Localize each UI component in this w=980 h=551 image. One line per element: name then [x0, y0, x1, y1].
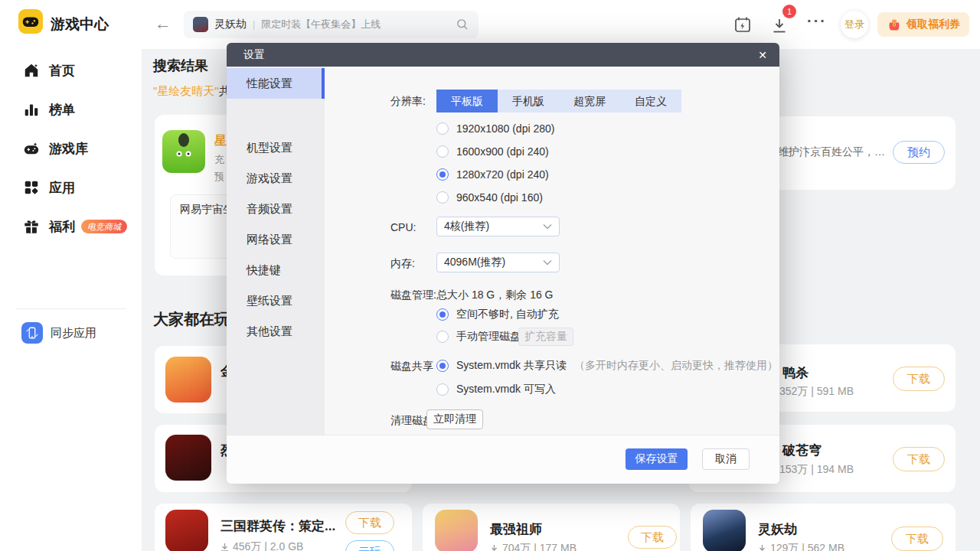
game-icon-flame	[165, 435, 211, 481]
share-readonly-option[interactable]: System.vmdk 共享只读（多开时内存更小、启动更快，推荐使用）	[436, 359, 778, 373]
sidebar-item-benefits[interactable]: 福利 电竞商城	[0, 213, 142, 240]
tab-wallpaper[interactable]: 壁纸设置	[227, 285, 325, 316]
tab-label: 网络设置	[247, 233, 292, 247]
game-icon-frog	[162, 130, 205, 173]
search-bar[interactable]: 灵妖劫 | 限定时装【午夜集会】上线	[184, 11, 479, 38]
tab-performance[interactable]: 性能设置	[227, 68, 325, 99]
coupon-button[interactable]: 领取福利券	[877, 12, 969, 37]
game-stats: 129万 | 562 MB	[758, 542, 844, 551]
search-game-name: 灵妖劫	[214, 18, 247, 31]
mode-tab-custom[interactable]: 自定义	[620, 90, 681, 112]
game-title: 三国群英传：策定...	[220, 517, 335, 535]
tab-shortcuts[interactable]: 快捷键	[227, 255, 325, 285]
login-button[interactable]: 登录	[841, 11, 868, 38]
disk-auto-option[interactable]: 空间不够时, 自动扩充	[436, 308, 559, 321]
radio-label: 1600x900 (dpi 240)	[456, 145, 549, 158]
resolution-option-4[interactable]: 960x540 (dpi 160)	[436, 191, 543, 204]
game-stats: 456万 | 2.0 GB	[220, 540, 303, 551]
tab-game[interactable]: 游戏设置	[227, 163, 325, 194]
game-title: 鸭杀	[782, 364, 808, 382]
radio-icon[interactable]	[436, 383, 449, 396]
sidebar-item-home[interactable]: 首页	[0, 57, 142, 84]
mode-tab-phone[interactable]: 手机版	[498, 90, 559, 112]
sidebar-item-apps[interactable]: 应用	[0, 174, 142, 201]
radio-icon[interactable]	[436, 331, 449, 343]
download-button[interactable]: 下载	[345, 511, 394, 534]
expand-capacity-button[interactable]: 扩充容量	[518, 328, 573, 346]
cancel-button[interactable]: 取消	[702, 448, 750, 470]
radio-icon[interactable]	[436, 145, 449, 158]
download-button[interactable]: 下载	[893, 367, 945, 391]
download-button[interactable]: 下载	[628, 526, 677, 549]
game-card-lingyaojie[interactable]: 灵妖劫 129万 | 562 MB 下载	[691, 504, 956, 551]
radio-icon-selected[interactable]	[436, 308, 449, 321]
sync-icon	[21, 322, 43, 344]
memory-select[interactable]: 4096M(推荐)	[436, 253, 560, 272]
tab-label: 机型设置	[247, 141, 292, 155]
cloud-play-button[interactable]: 云玩	[345, 540, 394, 551]
sidebar-item-label: 福利	[49, 218, 75, 236]
share-writable-option[interactable]: System.vmdk 可写入	[436, 383, 556, 396]
mode-tab-tablet[interactable]: 平板版	[436, 90, 498, 112]
dialog-titlebar[interactable]: 设置 ✕	[227, 43, 779, 67]
resolution-option-3[interactable]: 980x551 (dpi 240)	[436, 168, 549, 181]
tab-network[interactable]: 网络设置	[227, 224, 325, 255]
cpu-label: CPU:	[390, 221, 416, 233]
sidebar-item-label: 应用	[49, 179, 75, 197]
sidebar-item-game-library[interactable]: 游戏库	[0, 135, 142, 162]
radio-label: 960x540 (dpi 160)	[456, 191, 543, 204]
download-button[interactable]: 下载	[893, 447, 945, 471]
app-logo[interactable]	[18, 9, 43, 34]
search-summary-highlight: "星绘友晴天"	[153, 84, 219, 97]
radio-icon-selected[interactable]	[436, 360, 449, 372]
tab-label: 音频设置	[247, 202, 292, 217]
resolution-option-2[interactable]: 1600x900 (dpi 240)	[436, 145, 549, 158]
sync-apps-item[interactable]: 同步应用	[0, 322, 142, 344]
more-menu-button[interactable]: ···	[807, 12, 827, 30]
cpu-value: 4核(推荐)	[444, 220, 489, 233]
search-results-heading: 搜索结果	[153, 57, 208, 75]
app-title: 游戏中心	[51, 15, 109, 34]
sidebar-divider	[15, 308, 126, 309]
reserve-card-text: 维护汴京百姓公平，…	[778, 145, 885, 159]
search-subtitle: 限定时装【午夜集会】上线	[261, 18, 456, 31]
game-icon-sanguo	[165, 510, 208, 551]
calendar-event-icon[interactable]	[733, 15, 752, 34]
tab-other[interactable]: 其他设置	[227, 316, 325, 347]
download-count-badge: 1	[782, 5, 796, 18]
sidebar-item-rankings[interactable]: 榜单	[0, 96, 142, 123]
home-icon	[23, 62, 40, 79]
gift-icon	[887, 17, 902, 32]
search-summary: "星绘友晴天"共	[153, 84, 230, 99]
search-icon[interactable]	[456, 18, 469, 31]
close-icon[interactable]: ✕	[755, 47, 770, 63]
mode-tab-ultrawide[interactable]: 超宽屏	[559, 90, 620, 112]
download-manager-icon[interactable]	[770, 17, 789, 35]
tab-device-model[interactable]: 机型设置	[227, 132, 325, 163]
section-heading: 大家都在玩	[153, 309, 230, 330]
reserve-button[interactable]: 预约	[893, 141, 945, 164]
cpu-select[interactable]: 4核(推荐)	[436, 217, 560, 236]
radio-label: 1920x1080 (dpi 280)	[456, 122, 554, 135]
save-settings-button[interactable]: 保存设置	[626, 448, 688, 470]
game-card-sanguo[interactable]: 三国群英传：策定... 456万 | 2.0 GB 下载 云玩	[155, 504, 412, 551]
search-game-thumbnail	[193, 17, 208, 32]
game-title: 破苍穹	[782, 442, 822, 459]
radio-icon-selected[interactable]	[436, 168, 449, 181]
back-button[interactable]: ←	[155, 14, 172, 34]
game-title: 灵妖劫	[758, 520, 797, 538]
search-divider: |	[253, 19, 255, 30]
game-card-zushi[interactable]: 最强祖师 704万 | 177 MB 下载	[423, 504, 680, 551]
tab-audio[interactable]: 音频设置	[227, 194, 325, 224]
gamepad-icon	[21, 11, 41, 31]
memory-label: 内存:	[390, 257, 415, 271]
radio-icon[interactable]	[436, 191, 449, 204]
gift-icon	[23, 218, 40, 235]
resolution-option-1[interactable]: 1920x1080 (dpi 280)	[436, 122, 554, 135]
apps-grid-icon	[23, 179, 40, 196]
clean-now-button[interactable]: 立即清理	[426, 409, 483, 429]
radio-icon[interactable]	[436, 122, 449, 135]
download-button[interactable]: 下载	[891, 527, 943, 551]
tab-label: 壁纸设置	[247, 294, 292, 308]
disk-share-label: 磁盘共享	[390, 360, 433, 373]
